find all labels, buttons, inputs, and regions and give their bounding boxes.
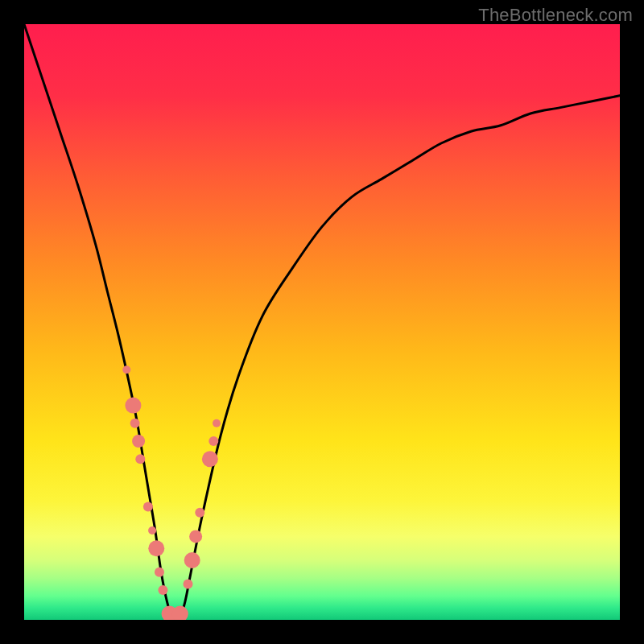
data-point bbox=[125, 398, 141, 414]
data-point bbox=[132, 435, 145, 448]
data-point bbox=[155, 568, 164, 577]
data-point bbox=[184, 580, 193, 589]
data-point bbox=[130, 419, 140, 428]
plot-area bbox=[24, 24, 620, 620]
data-point bbox=[158, 585, 167, 595]
data-point bbox=[148, 540, 164, 556]
chart-frame: TheBottleneck.com bbox=[0, 0, 644, 644]
data-point bbox=[122, 365, 130, 374]
data-point bbox=[148, 526, 156, 535]
data-point bbox=[135, 454, 145, 464]
data-point bbox=[195, 508, 204, 518]
data-point-markers bbox=[122, 365, 221, 620]
data-point bbox=[189, 530, 202, 543]
chart-svg bbox=[24, 24, 620, 620]
data-point bbox=[208, 436, 218, 446]
watermark-text: TheBottleneck.com bbox=[478, 5, 633, 26]
data-point bbox=[202, 451, 218, 467]
data-point bbox=[184, 552, 200, 568]
data-point bbox=[213, 419, 221, 427]
bottleneck-curve bbox=[24, 24, 620, 620]
data-point bbox=[143, 502, 153, 511]
